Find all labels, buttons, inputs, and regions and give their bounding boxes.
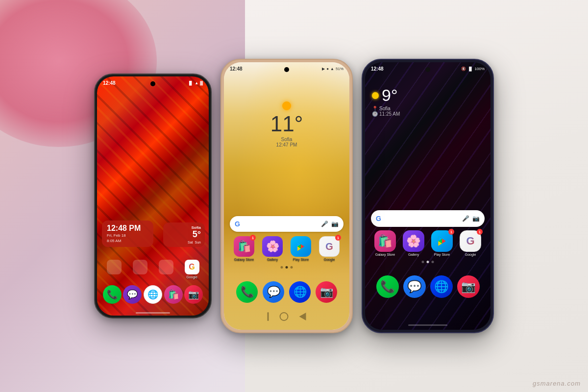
dot-r2-active	[427, 261, 429, 263]
app-google-right[interactable]: G 1 Google	[460, 230, 481, 256]
nav-home[interactable]	[280, 312, 289, 321]
location-row-right: 📍 Sofia	[372, 106, 484, 111]
label-play-store-center: Play Store	[293, 258, 309, 261]
dot-3	[291, 266, 293, 269]
mic-icon-right[interactable]: 🎤	[462, 215, 469, 222]
messages-icon-center: 💬	[263, 281, 284, 303]
lens-icon-center[interactable]: 📷	[331, 220, 339, 227]
dock-viber-left[interactable]: 💬	[123, 285, 142, 304]
badge-google-right: 1	[477, 229, 483, 235]
battery-icon: ▓	[200, 81, 203, 85]
dock-left: 📞 💬 🌐 🛍️ 📷	[97, 282, 209, 307]
label-google-right: Google	[465, 253, 476, 256]
widget-right: 9° 📍 Sofia 🕐 11:25 AM	[372, 86, 484, 117]
dock-internet-center[interactable]: 🌐	[289, 281, 311, 303]
label-google-center: Google	[324, 258, 335, 261]
label-galaxy-store-center: Galaxy Store	[234, 258, 254, 261]
phone-left: 12:48 ▐▌ ▲ ▓ 12:48 PM Fri, Feb 18 8:05 A…	[94, 74, 212, 318]
phone-left-screen: 12:48 ▐▌ ▲ ▓ 12:48 PM Fri, Feb 18 8:05 A…	[97, 76, 209, 316]
dock-galaxy-store-left[interactable]: 🛍️	[164, 285, 183, 304]
lens-icon-right[interactable]: 📷	[472, 215, 480, 222]
dock-messages-center[interactable]: 💬	[263, 281, 284, 303]
app-icon-grid-2[interactable]	[128, 260, 152, 279]
phone-icon-right: 📞	[376, 275, 399, 298]
app-galaxy-store-center[interactable]: 🛍️ 1 Galaxy Store	[234, 236, 254, 261]
bottom-bar-right	[408, 324, 447, 326]
app-gallery-center[interactable]: 🌸 Gallery	[262, 236, 283, 261]
signal-icon: ▐▌	[467, 67, 473, 71]
dock-camera-left[interactable]: 📷	[184, 285, 203, 304]
time-right: 12:48	[371, 66, 384, 72]
nav-back[interactable]	[299, 313, 306, 320]
app-icon-google-left[interactable]: G Google	[180, 260, 204, 279]
battery-right: 100%	[475, 67, 485, 71]
app-icon-grid-1[interactable]	[102, 260, 126, 279]
dock-center: 📞 💬 🌐 📷	[224, 281, 349, 303]
app-google-center[interactable]: G 1 Google	[319, 236, 340, 261]
clock-time-left: 12:48 PM	[107, 224, 148, 232]
overlay-left	[97, 76, 209, 316]
temp-right: 9°	[382, 86, 398, 105]
google-label-left: Google	[186, 275, 197, 279]
status-icons-right: 🔇 ▐▌ 100%	[461, 67, 485, 71]
weather-temp-left: 5°	[167, 230, 201, 240]
clock-icon-right: 🕐	[372, 111, 378, 117]
bottom-bar-left	[136, 312, 170, 314]
phone-right: 12:48 🔇 ▐▌ 100% 9° 📍 Sofia	[362, 59, 494, 333]
status-icons-center: ▶ ● ▲ 51%	[322, 67, 343, 71]
dot-2-active	[286, 266, 288, 269]
dock-phone-left[interactable]: 📞	[103, 285, 122, 304]
mic-icon-center[interactable]: 🎤	[321, 220, 328, 227]
app-galaxy-store-right[interactable]: 🛍️ Galaxy Store	[374, 230, 396, 256]
app-row-right: 🛍️ Galaxy Store 🌸 Gallery	[365, 230, 490, 256]
dock-camera-right[interactable]: 📷	[457, 275, 480, 298]
wifi-icon: ▲	[195, 81, 198, 85]
app-gallery-right[interactable]: 🌸 Gallery	[403, 230, 424, 256]
dock-right: 📞 💬 🌐 📷	[365, 275, 490, 298]
search-bar-right[interactable]: G 🎤 📷	[371, 210, 485, 227]
phone-center: 12:48 ▶ ● ▲ 51% 11° Sofia 12:47 PM G	[220, 59, 353, 333]
dock-camera-center[interactable]: 📷	[316, 281, 337, 303]
camera-hole-left	[150, 81, 155, 86]
app-play-store-center[interactable]: Play Store	[291, 236, 311, 261]
dock-phone-right[interactable]: 📞	[376, 275, 399, 298]
time-center: 12:48	[230, 66, 243, 72]
weather-icon-center	[282, 101, 291, 110]
play-store-icon-right	[436, 235, 448, 247]
widget-clock-left: 12:48 PM Fri, Feb 18 8:05 AM	[102, 220, 153, 247]
day-sun: Sun	[195, 241, 201, 244]
dock-phone-center[interactable]: 📞	[236, 281, 258, 303]
app-grid-left: G Google	[102, 260, 204, 279]
phone-right-screen: 12:48 🔇 ▐▌ 100% 9° 📍 Sofia	[365, 62, 490, 330]
time-widget-right: 11:25 AM	[379, 111, 400, 117]
battery-icon-c: 51%	[336, 67, 343, 71]
location-right: Sofia	[379, 106, 391, 111]
app-icon-grid-3[interactable]	[154, 260, 178, 279]
widget-center: 11° Sofia 12:47 PM	[257, 101, 316, 147]
play-store-icon-center	[295, 241, 307, 252]
dock-chrome-left[interactable]: 🌐	[144, 285, 162, 304]
location-center: Sofia	[257, 137, 316, 142]
weather-widget-left: Sofia 5° Sat Sun	[163, 222, 205, 247]
dock-internet-right[interactable]: 🌐	[430, 275, 453, 298]
camera-hole-center	[284, 67, 289, 72]
phone-icon-center: 📞	[236, 281, 258, 303]
search-bar-center[interactable]: G 🎤 📷	[230, 216, 343, 232]
svg-marker-3	[301, 245, 304, 249]
time-left: 12:48	[103, 80, 116, 86]
search-icons-center: 🎤 📷	[321, 220, 339, 227]
dock-messages-right[interactable]: 💬	[403, 275, 426, 298]
nav-menu[interactable]	[268, 312, 269, 321]
dots-center	[281, 266, 293, 269]
clock-date-left: Fri, Feb 18	[107, 233, 148, 238]
dot-r3	[432, 261, 434, 263]
status-icons-left: ▐▌ ▲ ▓	[188, 81, 203, 85]
dot-1	[281, 266, 283, 269]
messages-icon-right: 💬	[403, 275, 426, 298]
badge-galaxy-store-center: 1	[250, 235, 256, 241]
app-play-store-right[interactable]: 1 Play Store	[431, 230, 453, 256]
search-icons-right: 🎤 📷	[462, 215, 480, 222]
network-icon: ▐▌	[188, 81, 193, 85]
camera-hole-right	[425, 67, 430, 72]
weather-icon-right	[372, 92, 379, 99]
